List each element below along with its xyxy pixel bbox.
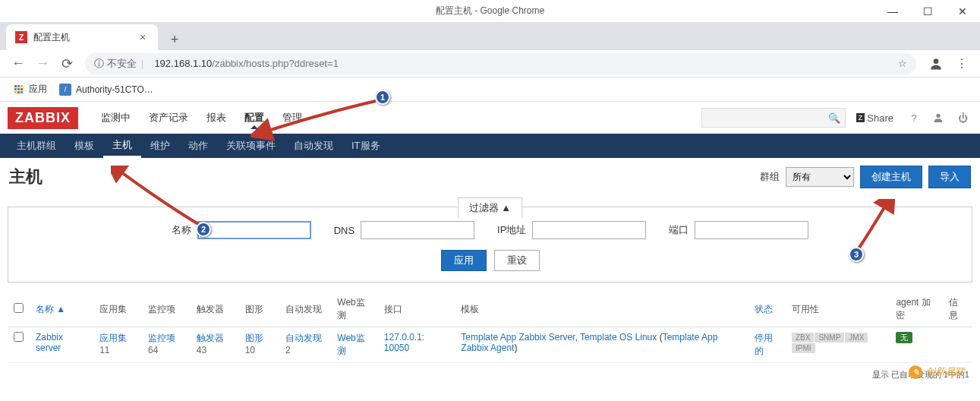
- apps-grid-icon: [12, 84, 24, 96]
- filter-port-input[interactable]: [695, 221, 808, 239]
- logout-icon[interactable]: ⏻: [953, 108, 972, 128]
- search-input[interactable]: [707, 112, 828, 123]
- apps-shortcut[interactable]: 应用: [6, 80, 53, 99]
- browser-tab-strip: Z 配置主机 × +: [0, 23, 980, 50]
- nav-configuration[interactable]: 配置: [235, 102, 273, 134]
- col-name[interactable]: 名称 ▲: [30, 292, 93, 327]
- create-host-button[interactable]: 创建主机: [860, 166, 922, 188]
- svg-point-0: [934, 58, 939, 64]
- share-button[interactable]: Z Share: [850, 109, 900, 127]
- subnav-discovery[interactable]: 自动发现: [285, 134, 342, 158]
- table-footer-summary: 显示 已自动发现的 1中的1: [0, 366, 980, 384]
- filter-name-input[interactable]: [197, 221, 311, 239]
- zabbix-share-icon: Z: [856, 113, 865, 122]
- status-toggle[interactable]: 停用的: [755, 333, 773, 356]
- applications-link[interactable]: 应用集: [99, 333, 127, 343]
- back-button[interactable]: ←: [6, 52, 30, 76]
- bookmark-star-icon[interactable]: ☆: [898, 58, 907, 69]
- subnav-templates[interactable]: 模板: [65, 134, 103, 158]
- triggers-link[interactable]: 触发器: [197, 333, 224, 343]
- bookmark-favicon-icon: /: [59, 84, 71, 96]
- tab-favicon-icon: Z: [15, 31, 27, 43]
- minimize-button[interactable]: —: [875, 0, 910, 23]
- hosts-table: 名称 ▲ 应用集 监控项 触发器 图形 自动发现 Web监测 接口 模板 状态 …: [8, 292, 972, 363]
- nav-monitoring[interactable]: 监测中: [92, 102, 140, 134]
- watermark-icon: ✎: [909, 365, 922, 379]
- filter-dns-input[interactable]: [361, 221, 474, 239]
- host-name-link[interactable]: Zabbix server: [36, 332, 63, 353]
- table-row: Zabbix server 应用集 11 监控项 64 触发器 43 图形 10…: [8, 327, 972, 363]
- profile-icon[interactable]: [925, 53, 947, 74]
- col-graphs[interactable]: 图形: [239, 292, 279, 327]
- watermark: ✎ 创新易联: [909, 365, 965, 379]
- filter-ip-input[interactable]: [532, 221, 646, 239]
- col-interface[interactable]: 接口: [378, 292, 455, 327]
- bookmark-item[interactable]: / Authority-51CTO…: [53, 81, 159, 99]
- subnav-it-services[interactable]: IT服务: [342, 134, 389, 158]
- window-title: 配置主机 - Google Chrome: [436, 5, 544, 17]
- address-bar[interactable]: ⓘ 不安全 | 192.168.1.10/zabbix/hosts.php?dd…: [85, 53, 916, 74]
- main-nav: 监测中 资产记录 报表 配置 管理: [92, 102, 311, 134]
- availability-badges: ZBXSNMPJMXIPMI: [786, 327, 890, 363]
- import-button[interactable]: 导入: [928, 166, 971, 188]
- sub-nav: 主机群组 模板 主机 维护 动作 关联项事件 自动发现 IT服务: [0, 134, 980, 158]
- col-discovery[interactable]: 自动发现: [279, 292, 331, 327]
- group-filter-label: 群组: [760, 170, 780, 184]
- col-status[interactable]: 状态: [748, 292, 786, 327]
- tab-close-button[interactable]: ×: [137, 31, 149, 43]
- col-availability[interactable]: 可用性: [786, 292, 890, 327]
- select-all-checkbox[interactable]: [14, 303, 24, 313]
- filter-toggle-tab[interactable]: 过滤器 ▲: [458, 197, 522, 218]
- col-applications[interactable]: 应用集: [93, 292, 142, 327]
- zabbix-logo[interactable]: ZABBIX: [8, 107, 78, 129]
- new-tab-button[interactable]: +: [164, 29, 185, 50]
- page-heading-row: 主机 群组 所有 创建主机 导入: [0, 158, 980, 196]
- col-web[interactable]: Web监测: [331, 292, 378, 327]
- browser-menu-button[interactable]: ⋮: [950, 56, 974, 71]
- window-title-bar: 配置主机 - Google Chrome — ☐ ✕: [0, 0, 980, 23]
- filter-reset-button[interactable]: 重设: [494, 250, 540, 271]
- nav-inventory[interactable]: 资产记录: [140, 102, 197, 134]
- close-window-button[interactable]: ✕: [945, 0, 980, 23]
- filter-port-label: 端口: [669, 223, 689, 237]
- subnav-correlation[interactable]: 关联项事件: [217, 134, 285, 158]
- maximize-button[interactable]: ☐: [910, 0, 945, 23]
- help-icon[interactable]: ?: [904, 108, 924, 128]
- template-link[interactable]: Template OS Linux: [580, 332, 657, 343]
- discovery-link[interactable]: 自动发现: [285, 333, 322, 343]
- url-host: 192.168.1.10: [154, 58, 212, 69]
- browser-toolbar: ← → ⟳ ⓘ 不安全 | 192.168.1.10/zabbix/hosts.…: [0, 50, 980, 77]
- subnav-hosts[interactable]: 主机: [103, 134, 141, 158]
- search-icon[interactable]: 🔍: [828, 112, 840, 124]
- col-agent-enc[interactable]: agent 加密: [890, 292, 943, 327]
- filter-name-label: 名称: [172, 223, 191, 237]
- col-templates[interactable]: 模板: [455, 292, 748, 327]
- col-info[interactable]: 信息: [943, 292, 972, 327]
- group-filter-select[interactable]: 所有: [786, 167, 854, 187]
- subnav-host-groups[interactable]: 主机群组: [8, 134, 65, 158]
- web-link[interactable]: Web监测: [337, 333, 364, 356]
- bookmarks-bar: 应用 / Authority-51CTO…: [0, 77, 980, 102]
- filter-section: 过滤器 ▲ 名称 DNS IP地址 端口 应用 重设: [8, 207, 972, 283]
- subnav-maintenance[interactable]: 维护: [141, 134, 179, 158]
- interface-link: 127.0.0.1: 10050: [384, 332, 424, 353]
- items-link[interactable]: 监控项: [148, 333, 175, 343]
- forward-button[interactable]: →: [30, 52, 55, 76]
- global-search[interactable]: 🔍: [701, 108, 846, 128]
- col-triggers[interactable]: 触发器: [191, 292, 239, 327]
- user-icon[interactable]: [928, 108, 948, 128]
- filter-apply-button[interactable]: 应用: [441, 250, 487, 271]
- svg-point-1: [936, 114, 940, 118]
- row-checkbox[interactable]: [14, 332, 24, 342]
- template-link[interactable]: Template App Zabbix Server: [461, 332, 575, 343]
- info-icon: ⓘ: [94, 57, 104, 71]
- browser-tab[interactable]: Z 配置主机 ×: [6, 24, 158, 50]
- subnav-actions[interactable]: 动作: [179, 134, 217, 158]
- page-title: 主机: [9, 166, 43, 188]
- url-path: /zabbix/hosts.php?ddreset=1: [212, 58, 339, 69]
- reload-button[interactable]: ⟳: [55, 52, 79, 76]
- nav-administration[interactable]: 管理: [273, 102, 311, 134]
- graphs-link[interactable]: 图形: [245, 333, 263, 343]
- col-items[interactable]: 监控项: [142, 292, 191, 327]
- nav-reports[interactable]: 报表: [197, 102, 235, 134]
